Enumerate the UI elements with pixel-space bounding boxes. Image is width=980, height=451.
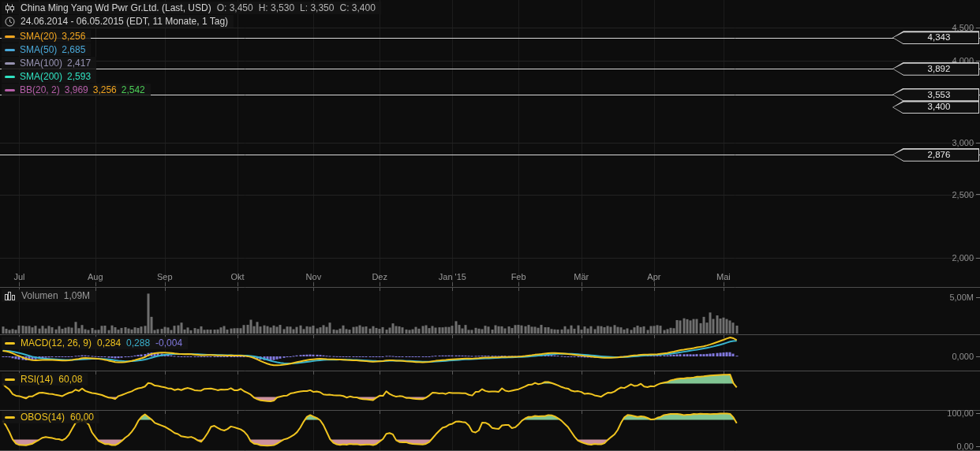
month-label: Nov xyxy=(306,272,322,281)
sma50-label: SMA(50) xyxy=(20,44,57,55)
price-level-tag-value: 3,892 xyxy=(903,62,974,76)
legend-sma200[interactable]: SMA(200) 2,593 xyxy=(2,70,96,83)
rsi-panel-header[interactable]: RSI(14) 60,08 xyxy=(2,373,88,386)
sma50-swatch xyxy=(5,49,15,51)
obos-axis-top-label: 100,00 xyxy=(947,408,980,418)
bb-upper-value: 3,969 xyxy=(65,84,88,95)
volume-panel-header[interactable]: Volumen 1,09M xyxy=(2,289,95,302)
volume-axis-label: 5,00M xyxy=(949,293,980,302)
ohlc-high: H: 3,530 xyxy=(259,2,294,13)
price-tick-label: 3,000 xyxy=(952,138,980,147)
clock-icon xyxy=(5,17,15,27)
instrument-title: China Ming Yang Wd Pwr Gr.Ltd. (Last, US… xyxy=(21,2,211,13)
macd-swatch xyxy=(5,342,15,345)
bb-swatch xyxy=(5,89,15,91)
macd-label: MACD(12, 26, 9) xyxy=(21,337,92,348)
month-label: Dez xyxy=(372,272,387,281)
sma100-label: SMA(100) xyxy=(20,58,62,69)
sma100-value: 2,417 xyxy=(67,58,91,69)
month-label: Apr xyxy=(647,272,660,281)
instrument-header: China Ming Yang Wd Pwr Gr.Ltd. (Last, US… xyxy=(2,2,381,14)
bb-lower-value: 2,542 xyxy=(122,84,145,95)
ohlc-close: C: 3,400 xyxy=(339,2,375,13)
rsi-swatch xyxy=(5,378,15,381)
legend-sma20[interactable]: SMA(20) 3,256 xyxy=(2,30,91,43)
rsi-label: RSI(14) xyxy=(21,374,53,385)
sma50-value: 2,685 xyxy=(62,44,85,55)
rsi-value: 60,08 xyxy=(58,374,82,385)
month-label: Sep xyxy=(157,272,173,281)
sma200-swatch xyxy=(5,76,15,78)
obos-axis-bottom-label: 0,00 xyxy=(957,442,980,451)
date-range: 24.06.2014 - 06.05.2015 (EDT, 11 Monate,… xyxy=(21,16,228,27)
candlestick-icon xyxy=(5,3,15,13)
macd-zero-label: 0,000 xyxy=(952,352,980,361)
price-level-tag[interactable]: 3,400 xyxy=(892,100,979,114)
price-level-tag-value: 3,400 xyxy=(903,100,974,114)
macd-signal-value: 0,288 xyxy=(126,337,150,348)
volume-value: 1,09M xyxy=(64,290,90,301)
bb-middle-value: 3,256 xyxy=(93,84,117,95)
month-label: Jul xyxy=(13,272,24,281)
macd-hist-value: -0,004 xyxy=(155,337,182,348)
month-label: Feb xyxy=(511,272,526,281)
ohlc-open: O: 3,450 xyxy=(217,2,253,13)
price-level-tag-value: 2,876 xyxy=(903,148,974,162)
obos-panel-header[interactable]: OBOS(14) 60,00 xyxy=(2,411,99,423)
obos-value: 60,00 xyxy=(70,412,94,423)
date-range-row: 24.06.2014 - 06.05.2015 (EDT, 11 Monate,… xyxy=(2,15,234,28)
macd-panel-header[interactable]: MACD(12, 26, 9) 0,284 0,288 -0,004 xyxy=(2,337,188,349)
month-label: Mai xyxy=(716,272,731,281)
bb-label: BB(20, 2) xyxy=(20,84,60,95)
month-label: Aug xyxy=(88,272,103,281)
chart-canvas[interactable] xyxy=(0,0,980,451)
trading-chart-app: { "header": { "title": "China Ming Yang … xyxy=(0,0,980,451)
legend-sma100[interactable]: SMA(100) 2,417 xyxy=(2,57,96,69)
month-label: Jan '15 xyxy=(439,272,466,281)
month-label: Okt xyxy=(230,272,244,281)
sma20-value: 3,256 xyxy=(62,31,85,42)
price-level-tag[interactable]: 3,553 xyxy=(892,88,979,102)
price-level-tag-value: 3,553 xyxy=(903,88,974,102)
sma200-value: 2,593 xyxy=(67,71,91,82)
price-tick-label: 2,000 xyxy=(952,253,980,263)
sma20-swatch xyxy=(5,35,15,38)
macd-value: 0,284 xyxy=(97,337,121,348)
price-level-tag-value: 4,343 xyxy=(903,31,974,44)
legend-bb[interactable]: BB(20, 2) 3,969 3,256 2,542 xyxy=(2,84,151,96)
obos-label: OBOS(14) xyxy=(21,412,65,423)
month-label: Mär xyxy=(574,272,589,281)
sma100-swatch xyxy=(5,62,15,65)
ohlc-low: L: 3,350 xyxy=(300,2,334,13)
price-tick-label: 2,500 xyxy=(952,190,980,199)
legend-sma50[interactable]: SMA(50) 2,685 xyxy=(2,43,91,56)
sma20-label: SMA(20) xyxy=(20,31,57,42)
price-level-tag[interactable]: 3,892 xyxy=(892,62,979,76)
price-level-tag[interactable]: 2,876 xyxy=(892,148,979,162)
volume-bars-icon xyxy=(5,291,16,300)
sma200-label: SMA(200) xyxy=(20,71,62,82)
obos-swatch xyxy=(5,416,15,419)
volume-label: Volumen xyxy=(21,290,58,301)
price-level-tag[interactable]: 4,343 xyxy=(892,31,979,44)
